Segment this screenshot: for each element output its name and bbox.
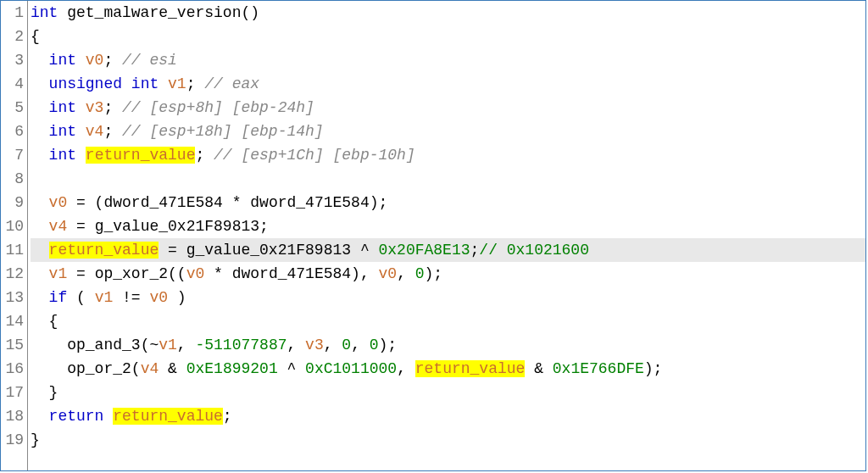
code-line[interactable]: int return_value; // [esp+1Ch] [ebp-10h] [31,143,865,167]
line-number: 8 [1,167,25,191]
comment-value: // 0x1021600 [479,242,589,259]
global-var: dword_471E584 [250,194,369,211]
punct: ; [186,75,205,92]
code-line[interactable]: } [31,381,865,404]
local-var: v4 [49,218,68,235]
keyword: int [49,52,76,69]
local-var: v0 [186,265,205,282]
line-number: 1 [1,1,25,25]
code-line[interactable]: op_and_3(~v1, -511077887, v3, 0, 0); [31,333,865,357]
code-line[interactable]: int v3; // [esp+8h] [ebp-24h] [31,96,865,120]
line-number: 2 [1,25,25,48]
keyword: return [49,408,104,425]
line-number: 7 [1,143,25,167]
punct: ); [379,337,398,353]
code-line[interactable]: op_or_2(v4 & 0xE1899201 ^ 0xC1011000, re… [31,357,865,381]
code-body[interactable]: int get_malware_version() { int v0; // e… [28,1,865,470]
brace-close: } [31,431,40,448]
number: 0 [342,337,351,353]
punct: , [287,337,306,353]
code-area: 1 2 3 4 5 6 7 8 9 10 11 12 13 14 15 16 1… [1,1,865,470]
punct: (( [168,265,186,282]
local-var: v1 [95,289,114,306]
punct: ; [103,123,122,140]
code-line[interactable]: if ( v1 != v0 ) [31,286,865,309]
line-number: 16 [1,357,25,381]
local-var: v0 [49,194,68,211]
keyword: if [49,289,68,306]
brace-open: { [31,28,40,45]
comment: // [esp+1Ch] [ebp-10h] [214,147,415,164]
punct: , [397,360,415,377]
comment: // esi [122,52,177,69]
punct: ; [223,408,232,425]
line-number: 18 [1,404,25,428]
code-line[interactable]: { [31,25,865,48]
line-number: 12 [1,262,25,286]
local-var: v1 [159,75,186,92]
number: 0x20FA8E13 [378,242,470,259]
global-var: dword_471E584 [103,194,222,211]
assign: = [159,242,186,259]
code-line[interactable]: { [31,309,865,333]
punct: (~ [141,337,159,353]
code-line[interactable]: v4 = g_value_0x21F89813; [31,214,865,238]
assign: = ( [67,194,103,211]
line-number-gutter: 1 2 3 4 5 6 7 8 9 10 11 12 13 14 15 16 1… [1,1,28,470]
line-number: 11 [1,238,25,262]
code-line[interactable]: return return_value; [31,404,865,428]
punct: ); [370,194,388,211]
highlighted-var: return_value [49,242,159,259]
line-number: 4 [1,72,25,96]
keyword: int [49,147,76,164]
global-var: g_value_0x21F89813 [95,218,259,235]
highlighted-var: return_value [415,360,526,377]
punct: ; [259,218,269,235]
number: 0 [370,337,379,353]
comment: // [esp+18h] [ebp-14h] [122,123,324,140]
punct: ) [168,289,186,306]
keyword: int [49,99,76,116]
number: 0xE1899201 [186,360,278,377]
punct: , [351,337,370,353]
assign: = [67,218,94,235]
code-line[interactable]: } [31,428,865,452]
local-var: v3 [305,337,324,353]
line-number: 13 [1,286,25,309]
parens: () [241,4,259,21]
line-number: 14 [1,309,25,333]
code-line-current[interactable]: return_value = g_value_0x21F89813 ^ 0x20… [31,238,865,262]
code-line[interactable]: int v4; // [esp+18h] [ebp-14h] [31,120,865,143]
comment: // eax [204,75,259,92]
operator: * [204,265,231,282]
number: -511077887 [195,337,287,353]
space [103,408,113,425]
code-line[interactable]: int get_malware_version() [31,1,865,25]
function-name: get_malware_version [58,4,241,21]
line-number: 19 [1,428,25,452]
code-line[interactable]: v1 = op_xor_2((v0 * dword_471E584), v0, … [31,262,865,286]
keyword: unsigned int [49,75,159,92]
number: 0xC1011000 [305,360,397,377]
code-line[interactable]: unsigned int v1; // eax [31,72,865,96]
line-number: 5 [1,96,25,120]
highlighted-var: return_value [113,408,223,425]
punct: ); [425,265,443,282]
punct: , [397,265,415,282]
code-line[interactable]: int v0; // esi [31,48,865,72]
keyword: int [31,4,58,21]
punct: ; [103,99,122,116]
local-var: v0 [379,265,398,282]
assign: = [67,265,94,282]
func-call: op_xor_2 [95,265,168,282]
code-line[interactable]: v0 = (dword_471E584 * dword_471E584); [31,191,865,214]
local-var: v0 [149,289,168,306]
punct: ; [103,52,122,69]
local-var: v3 [76,99,103,116]
number: 0 [415,265,425,282]
punct: ); [644,360,663,377]
decompiler-view: 1 2 3 4 5 6 7 8 9 10 11 12 13 14 15 16 1… [0,0,866,471]
code-line[interactable] [31,167,865,191]
line-number: 17 [1,381,25,404]
operator: ^ [351,242,378,259]
